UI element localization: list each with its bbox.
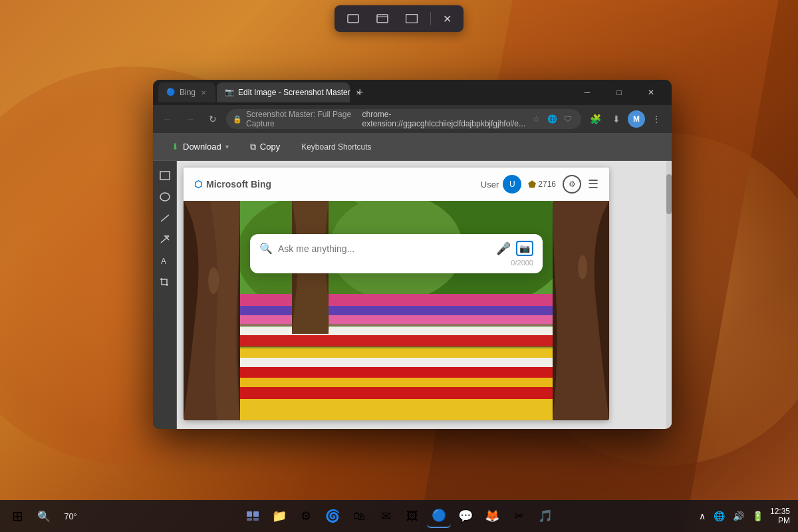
taskbar-teams[interactable]: 💬 — [454, 504, 477, 528]
nav-actions: 🧩 ⬇ M ⋮ — [585, 110, 666, 128]
svg-line-6 — [161, 215, 169, 221]
browser-window: 🔵 Bing ✕ 📷 Edit Image - Screenshot Maste… — [153, 80, 672, 429]
extension-icon[interactable]: 🌐 — [545, 112, 559, 126]
tab-screenshot-master[interactable]: 📷 Edit Image - Screenshot Master ✕ — [217, 82, 350, 102]
bing-hero: 🔍 🎤 📷 0/2000 — [184, 201, 609, 420]
address-bar[interactable]: 🔒 Screenshot Master: Full Page Capture c… — [226, 109, 581, 129]
rectangle-tool[interactable] — [156, 166, 174, 185]
bing-points-icon: ⬟ — [528, 179, 536, 190]
bing-camera-icon[interactable]: 📷 — [516, 241, 533, 256]
tab-bing[interactable]: 🔵 Bing ✕ — [158, 82, 215, 102]
window-snip-button[interactable] — [372, 9, 393, 28]
bing-user-label: User — [481, 180, 499, 190]
clock-date: PM — [770, 516, 790, 525]
svg-rect-34 — [247, 518, 252, 521]
taskbar-settings[interactable]: ⚙ — [294, 504, 318, 528]
taskbar-clock[interactable]: 12:35 PM — [770, 507, 790, 525]
download-nav-button[interactable]: ⬇ — [606, 110, 626, 128]
taskbar: ⊞ 🔍 70° 📁 ⚙ 🌀 🛍 ✉ 🖼 🔵 💬 🦊 ✂ 🎵 ∧ — [0, 500, 798, 532]
desktop: ✕ 🔵 Bing ✕ 📷 Edit Image - Screenshot Mas… — [0, 0, 798, 532]
tab-bing-close[interactable]: ✕ — [200, 88, 207, 98]
clock-time: 12:35 — [770, 507, 790, 516]
canvas-scrollbar[interactable] — [666, 161, 672, 429]
bookmark-icon[interactable]: ☆ — [529, 112, 543, 126]
bing-header: ⬡ Microsoft Bing User U ⬟ 2716 — [184, 168, 609, 201]
forward-button[interactable]: → — [181, 110, 200, 128]
tray-sound[interactable]: 🔊 — [730, 508, 747, 524]
bing-search-box: 🔍 🎤 📷 0/2000 — [250, 234, 543, 273]
scrollbar-thumb[interactable] — [666, 174, 672, 214]
minimize-button[interactable]: ─ — [572, 82, 602, 102]
bing-settings-icon[interactable]: ⚙ — [563, 175, 581, 194]
bing-search-icon: 🔍 — [259, 242, 273, 255]
bing-header-right: User U ⬟ 2716 ⚙ ☰ — [481, 175, 598, 194]
browser-title-bar: 🔵 Bing ✕ 📷 Edit Image - Screenshot Maste… — [153, 80, 672, 105]
tray-network[interactable]: 🌐 — [711, 508, 728, 524]
fullscreen-snip-button[interactable] — [401, 9, 422, 28]
svg-rect-3 — [406, 15, 418, 23]
svg-rect-32 — [247, 511, 252, 517]
screenshot-master-toolbar: ⬇ Download ▾ ⧉ Copy Keyboard Shortcuts — [153, 133, 672, 161]
snip-close-button[interactable]: ✕ — [439, 10, 456, 28]
shield-icon[interactable]: 🛡 — [561, 112, 575, 126]
tab-screenshot-favicon: 📷 — [225, 88, 234, 97]
ellipse-tool[interactable] — [156, 188, 174, 206]
taskbar-spotify[interactable]: 🎵 — [533, 504, 557, 528]
svg-rect-25 — [237, 324, 569, 327]
rectangle-snip-button[interactable] — [342, 9, 364, 28]
bing-search-row: 🔍 🎤 📷 — [259, 241, 533, 256]
tray-battery[interactable]: 🔋 — [749, 508, 766, 524]
taskbar-right: ∧ 🌐 🔊 🔋 12:35 PM — [696, 507, 798, 525]
taskbar-firefox[interactable]: 🦊 — [480, 504, 504, 528]
extensions-button[interactable]: 🧩 — [585, 110, 605, 128]
taskbar-photos[interactable]: 🖼 — [400, 504, 424, 528]
svg-rect-0 — [348, 15, 358, 23]
bing-search-input[interactable] — [278, 243, 491, 254]
bing-logo-text: Microsoft Bing — [206, 179, 271, 190]
line-tool[interactable] — [156, 209, 174, 227]
refresh-button[interactable]: ↻ — [203, 110, 222, 128]
maximize-button[interactable]: □ — [604, 82, 634, 102]
text-tool[interactable]: A — [156, 251, 174, 270]
profile-button[interactable]: M — [628, 110, 645, 128]
taskbar-file-explorer[interactable]: 📁 — [267, 504, 291, 528]
keyboard-shortcuts-label: Keyboard Shortcuts — [301, 142, 371, 152]
arrow-tool[interactable] — [156, 230, 174, 249]
tab-screenshot-close[interactable]: ✕ — [354, 88, 362, 98]
tray-chevron[interactable]: ∧ — [696, 508, 708, 524]
bing-logo: ⬡ Microsoft Bing — [194, 179, 271, 190]
download-button[interactable]: ⬇ Download ▾ — [164, 138, 237, 156]
taskbar-temp: 70° — [59, 504, 82, 528]
tab-bar: 🔵 Bing ✕ 📷 Edit Image - Screenshot Maste… — [158, 82, 569, 102]
bing-menu-button[interactable]: ☰ — [588, 177, 598, 192]
svg-rect-35 — [253, 518, 259, 521]
download-label: Download — [183, 142, 221, 152]
taskbar-chrome[interactable]: 🔵 — [427, 504, 451, 528]
taskbar-snip[interactable]: ✂ — [507, 504, 531, 528]
taskbar-task-view[interactable] — [241, 504, 265, 528]
address-bar-icons: ☆ 🌐 🛡 — [529, 112, 575, 126]
taskbar-mail[interactable]: ✉ — [374, 504, 398, 528]
temperature-display: 70° — [64, 511, 77, 521]
back-button[interactable]: ← — [158, 110, 177, 128]
taskbar-store[interactable]: 🛍 — [347, 504, 371, 528]
download-dropdown-arrow: ▾ — [225, 143, 229, 150]
copy-button[interactable]: ⧉ Copy — [242, 138, 288, 156]
address-url: chrome-extension://ggacghlcchiiejclfdajb… — [362, 110, 525, 128]
left-toolbar: A — [153, 161, 177, 429]
taskbar-search[interactable]: 🔍 — [32, 504, 56, 528]
crop-tool[interactable] — [156, 273, 174, 291]
svg-point-5 — [160, 193, 170, 201]
svg-rect-33 — [253, 511, 259, 517]
taskbar-edge[interactable]: 🌀 — [321, 504, 344, 528]
close-button[interactable]: ✕ — [636, 82, 666, 102]
copy-icon: ⧉ — [250, 142, 256, 152]
keyboard-shortcuts-button[interactable]: Keyboard Shortcuts — [293, 138, 379, 156]
snip-toolbar-divider — [430, 12, 431, 25]
snip-toolbar: ✕ — [334, 5, 464, 32]
start-button[interactable]: ⊞ — [5, 504, 29, 528]
more-button[interactable]: ⋮ — [646, 110, 666, 128]
taskbar-left: ⊞ 🔍 70° — [0, 504, 82, 528]
svg-point-30 — [208, 267, 219, 294]
bing-mic-icon[interactable]: 🎤 — [496, 241, 511, 256]
